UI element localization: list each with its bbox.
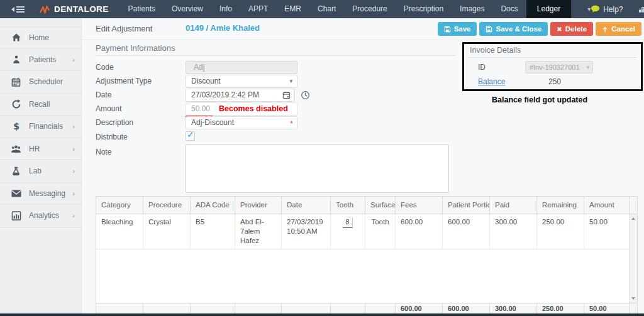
- nav-item-prescription[interactable]: Prescription: [396, 0, 452, 18]
- col-paid[interactable]: Paid: [490, 197, 537, 214]
- help-menu[interactable]: Help?: [591, 5, 623, 14]
- col-tooth[interactable]: Tooth: [331, 197, 365, 214]
- nav-item-overview[interactable]: Overview: [164, 0, 211, 18]
- col-surface[interactable]: Surface: [365, 197, 396, 214]
- sidebar-item-label: Analytics: [29, 211, 72, 220]
- col-procedure[interactable]: Procedure: [143, 197, 191, 214]
- nav-item-docs[interactable]: Docs: [492, 0, 526, 18]
- sidebar: Home Patients › Scheduler Recall $ Finan…: [0, 18, 82, 316]
- main-content: Edit Adjustment 0149 / Amie Khaled Save …: [82, 18, 644, 316]
- balance-link[interactable]: Balance: [478, 77, 505, 86]
- clock-icon: [301, 90, 310, 100]
- check-icon: ✓: [187, 129, 194, 139]
- home-icon: [11, 33, 21, 43]
- scroll-up-icon[interactable]: [631, 217, 635, 220]
- save-button[interactable]: Save: [438, 22, 477, 36]
- people-group-icon: [11, 144, 21, 154]
- nav-item-images[interactable]: Images: [452, 0, 492, 18]
- note-textarea[interactable]: [186, 144, 449, 193]
- total-patient-portion: 600.00: [443, 303, 490, 313]
- sidebar-item-recall[interactable]: Recall: [0, 94, 81, 116]
- col-category[interactable]: Category: [96, 197, 143, 214]
- cell-tooth: 8: [331, 214, 365, 249]
- brand-logo[interactable]: DENTALORE: [40, 4, 109, 14]
- sidebar-item-hr[interactable]: HR ›: [0, 138, 81, 161]
- sidebar-item-lab[interactable]: Lab ›: [0, 160, 81, 183]
- chevron-down-icon: ▾: [289, 75, 292, 87]
- sidebar-item-messaging[interactable]: Messaging ›: [0, 183, 81, 205]
- col-fees[interactable]: Fees: [396, 197, 443, 214]
- nav-item-procedure[interactable]: Procedure: [344, 0, 395, 18]
- sidebar-item-label: HR: [29, 144, 72, 153]
- adjustment-type-value: Discount: [191, 77, 221, 85]
- location-menu[interactable]: Dokki: [638, 5, 644, 14]
- save-close-label: Save & Close: [496, 25, 541, 33]
- clinic-building-icon: [638, 5, 644, 13]
- nav-item-patients[interactable]: Patients: [120, 0, 164, 18]
- cell-category: Bleaching: [96, 214, 143, 249]
- description-field[interactable]: Adj-Discount *: [186, 116, 297, 129]
- delete-label: Delete: [565, 25, 587, 33]
- col-ada-code[interactable]: ADA Code: [191, 197, 235, 214]
- sidebar-item-label: Patients: [29, 55, 72, 64]
- top-navigation: DENTALORE Patients Overview Info APPT EM…: [0, 0, 644, 18]
- adjustment-type-select[interactable]: Discount ▾: [186, 75, 297, 88]
- col-patient-portion[interactable]: Patient Portion: [443, 197, 490, 214]
- nav-item-chart[interactable]: Chart: [309, 0, 344, 18]
- chevron-right-icon: ›: [72, 123, 75, 130]
- calendar-icon: [11, 77, 21, 87]
- code-label: Code: [96, 61, 114, 74]
- col-amount[interactable]: Amount: [584, 197, 630, 214]
- invoice-id-label: ID: [478, 63, 486, 72]
- col-date[interactable]: Date: [282, 197, 331, 214]
- sidebar-item-analytics[interactable]: Analytics ›: [0, 205, 81, 227]
- sidebar-item-home[interactable]: Home: [0, 26, 81, 49]
- nav-item-info[interactable]: Info: [211, 0, 240, 18]
- sidebar-item-financials[interactable]: $ Financials ›: [0, 116, 81, 138]
- cell-provider: Abd El-7alem Hafez: [235, 214, 282, 249]
- time-picker-button[interactable]: [299, 89, 311, 102]
- chevron-right-icon: ›: [72, 212, 75, 219]
- balance-caption: Balance field got updated: [492, 95, 587, 104]
- action-buttons: Save Save & Close ✖ Delete Cancel: [438, 22, 641, 36]
- sidebar-item-patients[interactable]: Patients ›: [0, 49, 81, 72]
- header-spacer: [630, 197, 640, 214]
- procedures-table: Category Procedure ADA Code Provider Dat…: [96, 196, 638, 314]
- save-close-button[interactable]: Save & Close: [479, 22, 548, 36]
- sidebar-item-scheduler[interactable]: Scheduler: [0, 71, 81, 94]
- total-remaining: 250.00: [537, 303, 584, 313]
- scroll-down-icon[interactable]: [631, 297, 635, 300]
- chevron-down-icon: ▾: [586, 62, 589, 73]
- cell-surface: Tooth: [365, 214, 396, 249]
- total-fees: 600.00: [396, 303, 443, 313]
- calendar-picker-button[interactable]: [278, 89, 295, 102]
- x-icon: ✖: [557, 26, 562, 33]
- cancel-button[interactable]: Cancel: [596, 22, 641, 36]
- tooth-number-button[interactable]: 8: [343, 217, 352, 228]
- col-remaining[interactable]: Remaining: [537, 197, 584, 214]
- table-row[interactable]: Bleaching Crystal B5 Abd El-7alem Hafez …: [96, 214, 637, 249]
- save-label: Save: [454, 25, 471, 33]
- date-field[interactable]: 27/03/2019 2:42 PM: [186, 89, 279, 102]
- col-provider[interactable]: Provider: [235, 197, 282, 214]
- delete-button[interactable]: ✖ Delete: [550, 22, 593, 36]
- invoice-details-title: Invoice Details: [470, 46, 521, 55]
- cell-ada-code: B5: [191, 214, 235, 249]
- floppy-icon: [444, 26, 451, 33]
- sidebar-collapse-icon[interactable]: [11, 6, 25, 13]
- bar-chart-icon: [11, 210, 21, 221]
- chevron-right-icon: ›: [72, 145, 75, 153]
- patient-link[interactable]: 0149 / Amie Khaled: [186, 23, 260, 33]
- annotation-text: Becomes disabled: [219, 104, 288, 113]
- table-header-row: Category Procedure ADA Code Provider Dat…: [96, 197, 637, 214]
- nav-menu: Patients Overview Info APPT EMR Chart Pr…: [120, 0, 591, 18]
- code-field: Adj: [186, 61, 297, 74]
- table-scrollbar[interactable]: [629, 214, 637, 303]
- nav-item-ledger-active[interactable]: Ledger: [526, 0, 571, 18]
- nav-item-appt[interactable]: APPT: [240, 0, 276, 18]
- chevron-right-icon: ›: [72, 167, 75, 175]
- distribute-checkbox[interactable]: ✓: [186, 131, 195, 141]
- nav-item-emr[interactable]: EMR: [276, 0, 309, 18]
- floppy-icon: [486, 26, 492, 33]
- brand-name: DENTALORE: [54, 4, 109, 14]
